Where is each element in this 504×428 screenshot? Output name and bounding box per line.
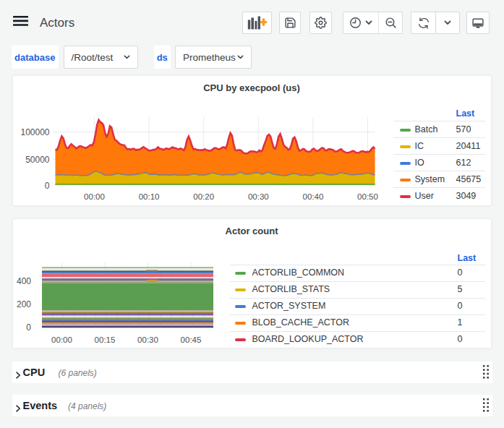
svg-text:100000: 100000 [20,127,49,137]
svg-text:400: 400 [16,276,30,286]
svg-text:00:20: 00:20 [193,192,214,201]
svg-text:0: 0 [44,181,49,191]
svg-text:00:00: 00:00 [51,335,72,344]
svg-text:00:45: 00:45 [180,335,201,344]
svg-text:0: 0 [26,322,31,333]
svg-text:00:15: 00:15 [94,335,115,344]
svg-text:200: 200 [16,299,30,309]
svg-text:00:10: 00:10 [138,192,159,201]
svg-text:50000: 50000 [25,155,50,165]
svg-text:00:00: 00:00 [84,192,105,201]
svg-text:00:50: 00:50 [357,192,378,201]
svg-text:00:30: 00:30 [137,335,158,344]
svg-text:00:40: 00:40 [302,192,323,201]
svg-text:00:30: 00:30 [247,192,268,201]
